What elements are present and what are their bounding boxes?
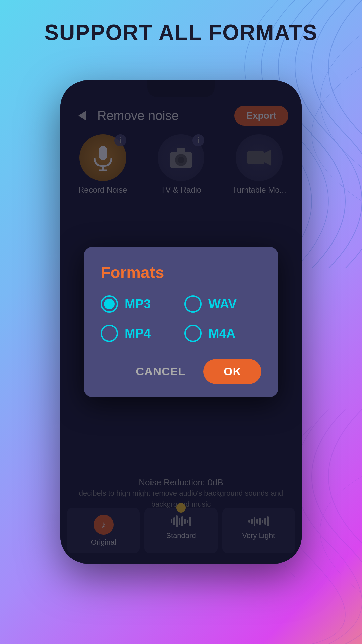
m4a-radio[interactable] [184, 325, 202, 342]
mp3-radio[interactable] [101, 295, 118, 313]
format-option-mp4[interactable]: MP4 [101, 325, 178, 342]
mp4-radio[interactable] [101, 325, 118, 342]
phone-frame: Remove noise Export i [60, 80, 302, 564]
ok-button[interactable]: OK [203, 359, 261, 384]
wav-label: WAV [208, 297, 237, 311]
cancel-button[interactable]: CANCEL [128, 360, 193, 383]
m4a-label: M4A [208, 326, 235, 341]
format-option-wav[interactable]: WAV [184, 295, 261, 313]
format-options-grid: MP3 WAV MP4 [101, 295, 261, 342]
mp3-label: MP3 [125, 297, 151, 311]
mp3-radio-dot [104, 299, 115, 309]
wav-radio[interactable] [184, 295, 202, 313]
mp4-label: MP4 [125, 326, 151, 341]
format-option-m4a[interactable]: M4A [184, 325, 261, 342]
page-title: SUPPORT ALL FORMATS [0, 20, 362, 45]
format-option-mp3[interactable]: MP3 [101, 295, 178, 313]
dialog-title: Formats [101, 263, 261, 282]
dialog-overlay: Formats MP3 WAV [60, 80, 302, 564]
format-dialog: Formats MP3 WAV [84, 247, 278, 397]
dialog-actions: CANCEL OK [101, 359, 261, 384]
phone-screen: Remove noise Export i [60, 80, 302, 564]
